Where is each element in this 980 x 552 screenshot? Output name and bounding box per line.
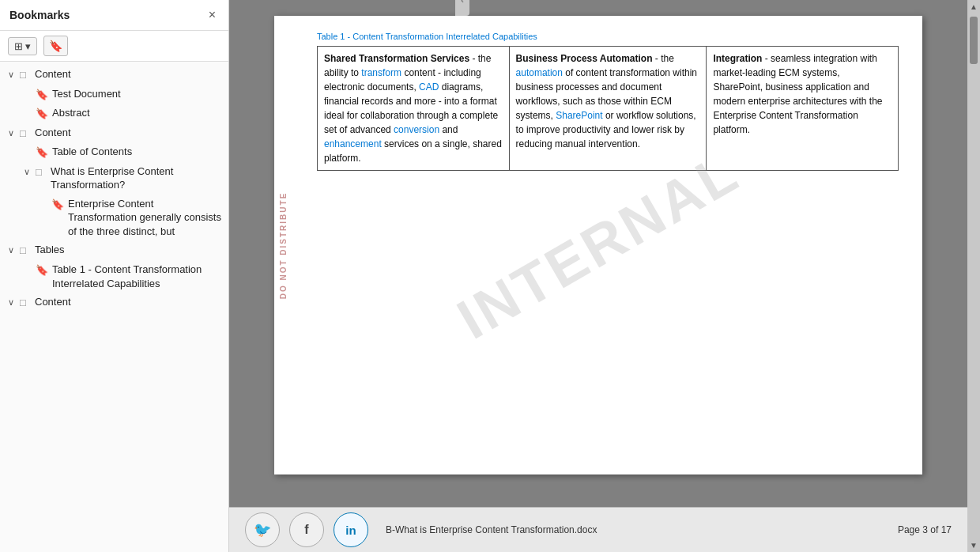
- pdf-page: DO NOT DISTRIBUTE INTERNAL Table 1 - Con…: [274, 16, 922, 474]
- sidebar-item-label: Enterprise Content Transformation genera…: [68, 197, 222, 239]
- bookmark-icon: 🔖: [51, 198, 64, 212]
- facebook-share-button[interactable]: f: [289, 512, 324, 547]
- sidebar-item-content-3[interactable]: ∨ □ Content: [0, 293, 228, 312]
- col2-intro: - the: [655, 53, 674, 64]
- no-toggle-spacer: [40, 198, 49, 210]
- bookmark-section-icon: □: [36, 165, 47, 180]
- sidebar-item-test-document[interactable]: 🔖 Test Document: [0, 85, 228, 104]
- table-row: Shared Transformation Services - the abi…: [318, 47, 899, 171]
- scroll-down-arrow[interactable]: ▼: [970, 539, 978, 552]
- view-options-button[interactable]: ⊞ ▾: [8, 37, 37, 55]
- bookmark-section-icon: □: [20, 68, 31, 82]
- col1-text3: and: [442, 124, 458, 135]
- toggle-icon: ∨: [8, 69, 17, 81]
- col2-link2[interactable]: SharePoint: [556, 110, 602, 121]
- grid-icon: ⊞: [14, 40, 23, 52]
- col1-header: Shared Transformation Services: [324, 53, 469, 64]
- sidebar-item-abstract[interactable]: 🔖 Abstract: [0, 104, 228, 123]
- col1-cell: Shared Transformation Services - the abi…: [318, 47, 510, 171]
- linkedin-icon: in: [345, 524, 356, 537]
- bookmark-icon: 🔖: [36, 88, 48, 102]
- side-watermark-text: DO NOT DISTRIBUTE: [280, 191, 288, 299]
- bookmark-icon: 🔖: [36, 107, 48, 121]
- sidebar-item-label: What is Enterprise Content Transformatio…: [51, 164, 222, 192]
- bookmarks-panel: Bookmarks × ⊞ ▾ 🔖 ∨ □ Content 🔖 Test Doc…: [0, 0, 229, 552]
- side-watermark: DO NOT DISTRIBUTE: [274, 16, 293, 474]
- page-number: Page 3 of 17: [898, 524, 952, 535]
- sidebar-item-label: Tables: [35, 243, 222, 257]
- col1-link1[interactable]: transform: [361, 67, 401, 78]
- col1-link4[interactable]: enhancement: [324, 138, 382, 149]
- col3-text: - seamless integration with market-leadi…: [713, 53, 882, 135]
- document-filename: B-What is Enterprise Content Transformat…: [386, 524, 888, 535]
- sidebar-item-enterprise-content[interactable]: 🔖 Enterprise Content Transformation gene…: [0, 195, 228, 241]
- sidebar-item-label: Test Document: [52, 87, 222, 101]
- add-bookmark-button[interactable]: 🔖: [43, 36, 68, 56]
- sidebar-item-content-1[interactable]: ∨ □ Content: [0, 65, 228, 85]
- close-sidebar-button[interactable]: ×: [205, 6, 219, 24]
- col3-header: Integration: [713, 53, 762, 64]
- col3-cell: Integration - seamless integration with …: [707, 47, 899, 171]
- col1-link3[interactable]: conversion: [394, 124, 439, 135]
- sidebar-toolbar: ⊞ ▾ 🔖: [0, 31, 228, 62]
- bookmark-section-icon: □: [20, 244, 31, 258]
- transformation-table: Shared Transformation Services - the abi…: [317, 46, 899, 171]
- scroll-up-arrow[interactable]: ▲: [970, 0, 978, 13]
- toggle-icon: ∨: [8, 244, 17, 256]
- toggle-icon: ∨: [8, 127, 17, 139]
- sidebar-item-label: Content: [35, 126, 222, 140]
- scrollbar-thumb[interactable]: [970, 17, 978, 64]
- sidebar-item-tables[interactable]: ∨ □ Tables: [0, 240, 228, 260]
- sidebar-item-label: Content: [35, 295, 222, 309]
- sidebar-item-table1[interactable]: 🔖 Table 1 - Content Transformation Inter…: [0, 260, 228, 293]
- no-toggle-spacer: [24, 108, 33, 119]
- sidebar-item-label: Table of Contents: [52, 145, 222, 159]
- sidebar-item-label: Abstract: [52, 106, 222, 120]
- dropdown-arrow-icon: ▾: [25, 40, 31, 52]
- main-content-area: DO NOT DISTRIBUTE INTERNAL Table 1 - Con…: [229, 0, 967, 552]
- sidebar-item-what-is[interactable]: ∨ □ What is Enterprise Content Transform…: [0, 162, 228, 195]
- sidebar-item-toc[interactable]: 🔖 Table of Contents: [0, 142, 228, 162]
- col2-header: Business Process Automation: [516, 53, 653, 64]
- bookmark-icon: 🔖: [36, 263, 48, 278]
- no-toggle-spacer: [24, 146, 33, 158]
- col2-cell: Business Process Automation - the automa…: [509, 47, 707, 171]
- bookmark-add-icon: 🔖: [49, 40, 62, 52]
- twitter-share-button[interactable]: 🐦: [245, 512, 280, 547]
- linkedin-share-button[interactable]: in: [334, 512, 368, 547]
- col2-link1[interactable]: automation: [516, 67, 563, 78]
- sidebar-item-label: Content: [35, 67, 222, 81]
- toggle-icon: ∨: [24, 166, 33, 178]
- bookmark-section-icon: □: [20, 296, 31, 310]
- sidebar-title: Bookmarks: [9, 9, 70, 21]
- sidebar-item-label: Table 1 - Content Transformation Interre…: [52, 263, 222, 290]
- sidebar-header: Bookmarks ×: [0, 0, 228, 31]
- facebook-icon: f: [304, 523, 308, 537]
- twitter-icon: 🐦: [254, 521, 271, 539]
- toggle-icon: ∨: [8, 297, 17, 308]
- sidebar-collapse-handle[interactable]: ‹: [455, 0, 469, 16]
- right-scrollbar[interactable]: ▲ ▼: [967, 0, 980, 552]
- no-toggle-spacer: [24, 264, 33, 276]
- bookmark-icon: 🔖: [36, 146, 48, 160]
- col1-link2[interactable]: CAD: [419, 81, 439, 93]
- page-footer: 🐦 f in B-What is Enterprise Content Tran…: [229, 507, 967, 552]
- table-caption: Table 1 - Content Transformation Interre…: [317, 32, 899, 41]
- bookmarks-tree: ∨ □ Content 🔖 Test Document 🔖 Abstract ∨…: [0, 62, 228, 552]
- bookmark-section-icon: □: [20, 127, 31, 141]
- no-toggle-spacer: [24, 89, 33, 100]
- pdf-viewer: DO NOT DISTRIBUTE INTERNAL Table 1 - Con…: [229, 0, 967, 507]
- sidebar-item-content-2[interactable]: ∨ □ Content: [0, 123, 228, 143]
